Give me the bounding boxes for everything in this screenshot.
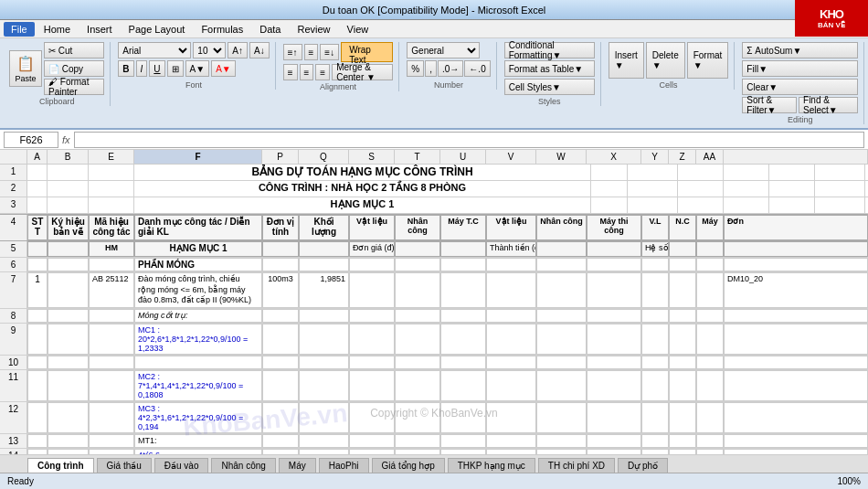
cell[interactable] [299, 402, 349, 433]
col-header-P[interactable]: P [262, 150, 299, 164]
cell[interactable]: Hệ số điều chỉnh [641, 241, 669, 257]
font-size-select[interactable]: 10 [193, 42, 226, 58]
cell[interactable] [815, 197, 865, 213]
cell[interactable] [89, 309, 134, 323]
fill-color-button[interactable]: A▼ [185, 60, 210, 77]
cell[interactable] [262, 309, 299, 323]
cut-button[interactable]: ✂ Cut [44, 42, 104, 58]
cell[interactable] [27, 402, 48, 433]
cell[interactable] [628, 181, 678, 197]
sheet-tab-dupho[interactable]: Dự phố [618, 458, 668, 473]
cell[interactable] [536, 241, 587, 257]
col-header-E[interactable]: E [89, 150, 134, 164]
cell-dvt[interactable]: 100m3 [262, 272, 299, 308]
col-header-T[interactable]: T [395, 150, 440, 164]
cell[interactable] [587, 434, 641, 448]
cell[interactable] [587, 370, 641, 401]
cell[interactable] [628, 197, 678, 213]
cell[interactable] [262, 356, 299, 369]
cell[interactable] [669, 324, 696, 355]
cell[interactable] [641, 434, 669, 448]
cell[interactable] [724, 370, 868, 401]
cell[interactable] [395, 324, 440, 355]
cell[interactable] [395, 258, 440, 271]
cell[interactable] [486, 402, 536, 433]
cell[interactable] [769, 181, 815, 197]
cell[interactable] [48, 241, 89, 257]
cell[interactable] [669, 258, 696, 271]
align-left-button[interactable]: ≡ [283, 64, 298, 80]
cell[interactable] [591, 197, 628, 213]
cell-title2[interactable]: CÔNG TRÌNH : NHÀ HỌC 2 TẦNG 8 PHÒNG [134, 181, 591, 197]
number-format-select[interactable]: General [407, 42, 480, 58]
cell[interactable] [669, 434, 696, 448]
cell-dm-ref[interactable]: DM10_20 [724, 272, 868, 308]
cell[interactable] [395, 370, 440, 401]
find-select-button[interactable]: Find & Select▼ [799, 97, 858, 113]
cell-title1[interactable]: BẢNG DỰ TOÁN HẠNG MỤC CÔNG TRÌNH [134, 165, 591, 180]
cell[interactable] [349, 449, 395, 454]
cell[interactable] [440, 324, 486, 355]
cell[interactable] [486, 258, 536, 271]
cell[interactable] [440, 402, 486, 433]
cell[interactable] [696, 370, 724, 401]
align-bottom-button[interactable]: ≡↓ [320, 44, 339, 60]
col-header-X[interactable]: X [587, 150, 641, 164]
cell-dg-nc[interactable] [395, 272, 440, 308]
col-header-AA[interactable]: AA [696, 150, 724, 164]
col-header-B[interactable]: B [48, 150, 89, 164]
align-top-button[interactable]: ≡↑ [283, 44, 302, 60]
cell[interactable] [724, 356, 868, 369]
cell-stt[interactable]: 1 [27, 272, 48, 308]
cell[interactable] [440, 258, 486, 271]
cell[interactable] [486, 449, 536, 454]
sheet-tab-haophi[interactable]: HaoPhi [319, 458, 369, 473]
align-center-button[interactable]: ≡ [300, 64, 314, 80]
cell[interactable] [89, 356, 134, 369]
col-header-W[interactable]: W [536, 150, 587, 164]
cell[interactable] [724, 165, 769, 180]
cell[interactable] [669, 356, 696, 369]
cell[interactable] [48, 356, 89, 369]
insert-button[interactable]: Insert▼ [609, 42, 644, 79]
cell[interactable] [48, 370, 89, 401]
autosum-button[interactable]: Σ AutoSum▼ [742, 42, 858, 58]
header-hs-nc[interactable]: N.C [669, 215, 696, 240]
header-tt-vatlieu[interactable]: Vật liệu [486, 215, 536, 240]
cell[interactable] [262, 434, 299, 448]
font-name-select[interactable]: Arial [118, 42, 191, 58]
cell[interactable] [27, 258, 48, 271]
cell[interactable] [536, 402, 587, 433]
sheet-tab-nhancong[interactable]: Nhân công [211, 458, 275, 473]
cell[interactable] [641, 449, 669, 454]
cell[interactable]: Thành tiền (đ) [486, 241, 536, 257]
cell[interactable] [395, 241, 440, 257]
cell[interactable] [89, 370, 134, 401]
cell[interactable] [48, 197, 89, 213]
cell[interactable] [89, 197, 134, 213]
cell[interactable] [440, 434, 486, 448]
cell[interactable] [440, 309, 486, 323]
cell[interactable] [262, 370, 299, 401]
col-header-A[interactable]: A [27, 150, 48, 164]
cell[interactable] [349, 309, 395, 323]
cell[interactable] [486, 370, 536, 401]
menu-formulas[interactable]: Formulas [194, 22, 250, 37]
cell[interactable] [696, 402, 724, 433]
cell-kl[interactable]: 1,9851 [299, 272, 349, 308]
cell[interactable] [486, 309, 536, 323]
cell[interactable] [299, 309, 349, 323]
cell[interactable] [769, 165, 815, 180]
format-button[interactable]: Format▼ [687, 42, 729, 79]
cell-hm-label[interactable]: HM [89, 241, 134, 257]
sheet-tab-may[interactable]: Máy [279, 458, 316, 473]
cell[interactable] [27, 356, 48, 369]
cell[interactable] [536, 434, 587, 448]
header-hs-vl[interactable]: V.L [641, 215, 669, 240]
menu-view[interactable]: View [340, 22, 376, 37]
col-header-V[interactable]: V [486, 150, 536, 164]
fill-button[interactable]: Fill▼ [742, 60, 858, 77]
conditional-formatting-button[interactable]: Conditional Formatting▼ [504, 42, 595, 58]
cell[interactable] [724, 181, 769, 197]
cell-hm-text[interactable]: HẠNG MỤC 1 [134, 241, 262, 257]
